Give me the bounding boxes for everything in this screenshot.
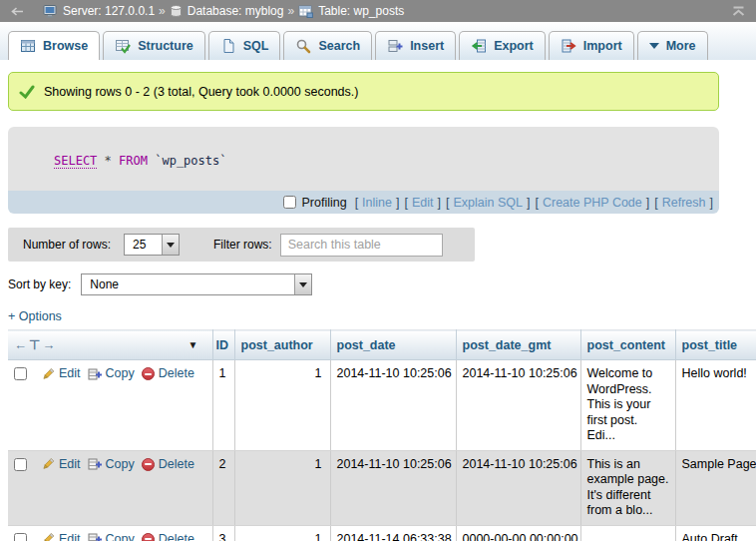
bracket: ] (396, 196, 399, 210)
column-header-post-author[interactable]: post_author (234, 330, 330, 360)
row-actions-cell: Edit Copy Delete (8, 450, 212, 525)
cell-post-title[interactable]: Sample Page (675, 450, 756, 525)
bracket: [ (446, 196, 449, 210)
sort-row: Sort by key: None (8, 273, 756, 295)
column-header-post-title[interactable]: post_title (675, 330, 756, 360)
display-direction-toggle[interactable]: ←⊤→ (14, 337, 57, 352)
options-toggle[interactable]: + Options (8, 309, 62, 323)
cell-post-author[interactable]: 1 (234, 450, 330, 525)
query-tools-bar: Profiling [Inline] [Edit] [Explain SQL] … (8, 191, 719, 214)
tab-structure[interactable]: Structure (103, 31, 205, 60)
cell-post-author[interactable]: 1 (234, 360, 330, 451)
copy-link[interactable]: Copy (88, 532, 135, 541)
bracket: [ (404, 196, 407, 210)
refresh-link[interactable]: Refresh (662, 196, 706, 210)
cell-post-content[interactable]: This is an example page. It's different … (580, 450, 675, 525)
inline-link[interactable]: Inline (362, 196, 392, 210)
cell-post-date-gmt[interactable]: 2014-11-10 10:25:06 (456, 360, 580, 451)
profiling-checkbox[interactable] (283, 196, 296, 209)
cell-post-author[interactable]: 1 (234, 525, 330, 541)
copy-link[interactable]: Copy (88, 366, 135, 382)
success-message-text: Showing rows 0 - 2 (3 total, Query took … (44, 85, 358, 99)
sort-key-select[interactable]: None (81, 273, 312, 295)
import-icon (561, 38, 576, 54)
tab-search-label: Search (318, 39, 360, 53)
rows-count-value: 25 (125, 235, 154, 255)
delete-link[interactable]: Delete (142, 366, 194, 382)
delete-link[interactable]: Delete (142, 457, 194, 473)
tab-structure-label: Structure (138, 39, 193, 53)
profiling-label: Profiling (301, 196, 346, 210)
edit-link[interactable]: Edit (41, 366, 81, 382)
column-header-post-date-gmt[interactable]: post_date_gmt (456, 330, 580, 360)
cell-post-date[interactable]: 2014-11-14 06:33:38 (330, 525, 456, 541)
sql-query-box: SELECT * FROM `wp_posts` Profiling [Inli… (8, 127, 719, 214)
create-php-code-link[interactable]: Create PHP Code (543, 196, 642, 210)
column-header-id[interactable]: ID (212, 330, 234, 360)
table-row: Edit Copy Delete 2 1 2014-11-10 10:25:06… (8, 450, 756, 525)
success-message: Showing rows 0 - 2 (3 total, Query took … (8, 72, 719, 111)
delete-icon (142, 458, 155, 471)
explain-sql-link[interactable]: Explain SQL (453, 196, 522, 210)
cell-post-date[interactable]: 2014-11-10 10:25:06 (330, 450, 456, 525)
cell-post-content[interactable]: Welcome to WordPress. This is your first… (580, 360, 675, 451)
header-row: ←⊤→ ▼ ID post_author post_date post_date… (8, 330, 756, 360)
copy-link[interactable]: Copy (88, 457, 135, 473)
tab-sql[interactable]: SQL (208, 31, 281, 60)
tab-import[interactable]: Import (549, 31, 634, 60)
cell-post-content[interactable] (580, 525, 675, 541)
breadcrumb-table[interactable]: Table: wp_posts (298, 4, 404, 18)
tab-more[interactable]: More (637, 31, 708, 60)
edit-link[interactable]: Edit (41, 532, 81, 541)
sort-key-value: None (82, 274, 127, 294)
filter-rows-label: Filter rows: (213, 238, 272, 252)
row-checkbox[interactable] (14, 367, 27, 380)
success-check-icon (19, 85, 35, 99)
copy-label: Copy (106, 532, 135, 541)
sql-star-glyph: * (105, 154, 112, 168)
filter-rows-input[interactable] (280, 234, 443, 257)
edit-link[interactable]: Edit (41, 457, 81, 473)
bracket: ] (646, 196, 649, 210)
sql-table-identifier: `wp_posts` (155, 154, 226, 168)
column-header-post-content[interactable]: post_content (580, 330, 675, 360)
cell-id[interactable]: 1 (212, 360, 234, 451)
delete-link[interactable]: Delete (142, 532, 194, 541)
table-icon (298, 5, 313, 18)
tab-export-label: Export (494, 39, 534, 53)
breadcrumb-separator: » (287, 4, 294, 18)
row-checkbox[interactable] (14, 533, 27, 541)
tab-export[interactable]: Export (459, 31, 546, 60)
rows-count-select[interactable]: 25 (124, 234, 180, 256)
pencil-icon (41, 457, 55, 471)
tab-search[interactable]: Search (283, 31, 372, 60)
sort-dropdown-icon[interactable]: ▼ (189, 339, 198, 350)
cell-post-date[interactable]: 2014-11-10 10:25:06 (330, 360, 456, 451)
breadcrumb-database[interactable]: Database: myblog (170, 4, 284, 18)
breadcrumb-table-label: Table: wp_posts (318, 4, 404, 18)
cell-post-title[interactable]: Auto Draft (675, 525, 756, 541)
tab-browse[interactable]: Browse (8, 31, 100, 60)
edit-query-link[interactable]: Edit (412, 196, 434, 210)
sql-query-text: SELECT * FROM `wp_posts` (8, 127, 719, 191)
pencil-icon (41, 367, 55, 381)
sql-keyword-select[interactable]: SELECT (54, 154, 97, 169)
breadcrumb-server[interactable]: Server: 127.0.0.1 (43, 4, 155, 18)
pencil-icon (41, 532, 55, 541)
cell-id[interactable]: 2 (212, 450, 234, 525)
back-arrow-icon[interactable] (10, 6, 25, 17)
insert-icon (387, 38, 403, 54)
row-checkbox[interactable] (14, 458, 27, 471)
cell-post-date-gmt[interactable]: 2014-11-10 10:25:06 (456, 450, 580, 525)
cell-post-title[interactable]: Hello world! (675, 360, 756, 451)
tab-insert[interactable]: Insert (375, 31, 456, 60)
column-header-post-date[interactable]: post_date (330, 330, 456, 360)
cell-id[interactable]: 3 (212, 525, 234, 541)
edit-label: Edit (59, 532, 81, 541)
breadcrumb-separator: » (159, 4, 166, 18)
cell-post-date-gmt[interactable]: 0000-00-00 00:00:00 (456, 525, 580, 541)
collapse-panel-icon[interactable] (731, 6, 746, 17)
tab-import-label: Import (583, 39, 622, 53)
delete-icon (142, 533, 155, 541)
breadcrumb-server-label: Server: 127.0.0.1 (63, 4, 155, 18)
